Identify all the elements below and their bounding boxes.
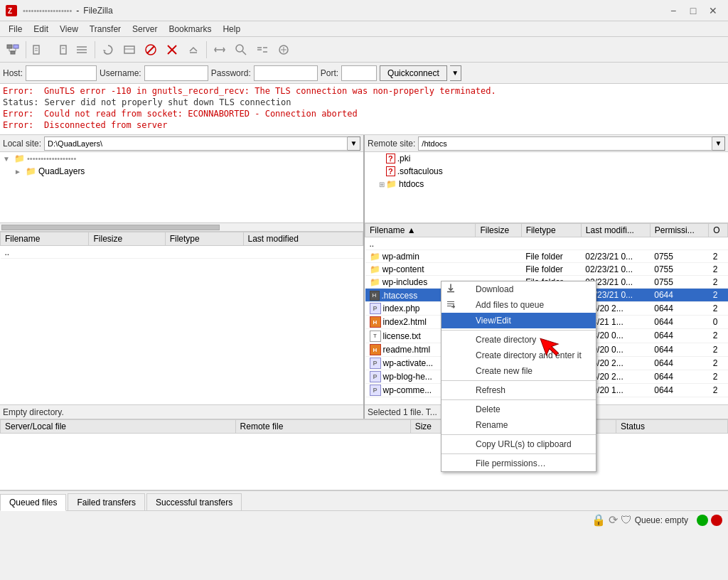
table-row[interactable]: 📁 wp-content File folder 02/23/21 0... 0… <box>365 263 728 276</box>
ctx-create-file[interactable]: Create new file <box>441 363 596 379</box>
local-path-input[interactable] <box>44 136 348 151</box>
menu-edit[interactable]: Edit <box>28 23 54 36</box>
tree-item-softaculous[interactable]: ? .softaculous <box>365 165 728 178</box>
fileview-button[interactable] <box>274 40 294 60</box>
ctx-permissions[interactable]: File permissions… <box>441 456 596 471</box>
remote-tree[interactable]: ? .pki ? .softaculous ⊞ 📁 htdocs <box>365 152 728 223</box>
svg-rect-16 <box>124 46 134 53</box>
file-size <box>89 246 165 259</box>
ctx-create-file-label: Create new file <box>476 366 532 376</box>
log-area: Error: GnuTLS error -110 in gnutls_recor… <box>0 84 728 135</box>
remote-col-owner[interactable]: O <box>709 224 728 237</box>
table-row[interactable]: .. <box>1 246 363 259</box>
toggle-remote-button[interactable] <box>50 40 70 60</box>
local-path-dropdown[interactable]: ▼ <box>348 136 360 151</box>
svg-rect-3 <box>14 45 18 48</box>
username-input[interactable] <box>144 65 208 81</box>
context-menu: Download Add files to queue View/Edit Cr… <box>441 281 596 472</box>
lock-icon: 🔒 <box>592 513 606 527</box>
toolbar-sep1 <box>26 41 26 58</box>
menu-file[interactable]: File <box>3 23 28 36</box>
toolbar <box>0 37 728 63</box>
remote-path-input[interactable] <box>418 136 712 151</box>
remote-col-filesize[interactable]: Filesize <box>476 224 521 237</box>
ctx-refresh[interactable]: Refresh <box>441 382 596 398</box>
tree-item-pki[interactable]: ? .pki <box>365 152 728 165</box>
search-button[interactable] <box>231 40 251 60</box>
ctx-view-edit[interactable]: View/Edit <box>441 313 596 328</box>
svg-text:Z: Z <box>8 7 12 15</box>
remote-site-label: Remote site: <box>368 139 415 149</box>
col-lastmodified[interactable]: Last modified <box>243 232 363 246</box>
col-filesize[interactable]: Filesize <box>89 232 165 246</box>
toggle-local-button[interactable] <box>29 40 49 60</box>
menu-transfer[interactable]: Transfer <box>84 23 127 36</box>
table-row[interactable]: 📁 wp-admin File folder 02/23/21 0... 075… <box>365 250 728 263</box>
ctx-create-dir-enter[interactable]: Create directory and enter it <box>441 348 596 363</box>
toggle-queue-button[interactable] <box>72 40 92 60</box>
tree-item-root[interactable]: ▼ 📁 •••••••••••••••••• <box>0 152 363 165</box>
minimize-button[interactable]: − <box>664 4 682 18</box>
log-label: Error: <box>3 108 38 119</box>
ctx-create-dir[interactable]: Create directory <box>441 332 596 348</box>
remote-col-filetype[interactable]: Filetype <box>521 224 581 237</box>
remote-col-lastmodified[interactable]: Last modifi... <box>581 224 650 237</box>
log-message: Server did not properly shut down TLS co… <box>45 97 291 108</box>
transfer-col-status[interactable]: Status <box>616 420 727 434</box>
tab-successful-transfers[interactable]: Successful transfers <box>146 493 242 510</box>
menu-help[interactable]: Help <box>217 23 246 36</box>
tree-item-quadlayers[interactable]: ► 📁 QuadLayers <box>0 165 363 178</box>
stop-button[interactable] <box>141 40 161 60</box>
log-label: Error: <box>3 119 38 131</box>
window-controls: − □ ✕ <box>664 4 722 18</box>
directory-comparison-button[interactable] <box>252 40 272 60</box>
transfer-queue: Server/Local file Remote file Size Prior… <box>0 419 728 490</box>
ctx-rename[interactable]: Rename <box>441 417 596 433</box>
close-button[interactable]: ✕ <box>704 4 722 18</box>
ctx-refresh-label: Refresh <box>476 385 505 395</box>
ctx-delete-label: Delete <box>476 404 500 414</box>
table-row[interactable]: .. <box>365 237 728 250</box>
cancel-button[interactable] <box>162 40 182 60</box>
tab-failed-transfers[interactable]: Failed transfers <box>68 493 145 510</box>
password-input[interactable] <box>254 65 318 81</box>
port-input[interactable] <box>341 65 377 81</box>
ctx-copy-url[interactable]: Copy URL(s) to clipboard <box>441 436 596 452</box>
connection-bar: Host: Username: Password: Port: Quickcon… <box>0 63 728 84</box>
remote-path-dropdown[interactable]: ▼ <box>712 136 725 151</box>
tree-item-label: .softaculous <box>397 166 443 176</box>
refresh-button[interactable] <box>98 40 118 60</box>
ctx-download[interactable]: Download <box>441 281 596 297</box>
menu-view[interactable]: View <box>54 23 84 36</box>
ctx-add-to-queue[interactable]: Add files to queue <box>441 297 596 313</box>
ctx-sep2 <box>441 380 596 381</box>
tab-queued-files[interactable]: Queued files <box>0 494 66 511</box>
processingqueue-button[interactable] <box>119 40 139 60</box>
ctx-create-dir-enter-label: Create directory and enter it <box>476 350 582 360</box>
host-input[interactable] <box>26 65 97 81</box>
tree-item-htdocs[interactable]: ⊞ 📁 htdocs <box>365 178 728 190</box>
local-status: Empty directory. <box>0 404 363 419</box>
col-filetype[interactable]: Filetype <box>165 232 243 246</box>
local-tree-scrollbar[interactable] <box>0 223 363 232</box>
menu-bookmarks[interactable]: Bookmarks <box>163 23 217 36</box>
svg-line-19 <box>147 46 154 53</box>
menu-server[interactable]: Server <box>127 23 163 36</box>
local-tree[interactable]: ▼ 📁 •••••••••••••••••• ► 📁 QuadLayers <box>0 152 363 223</box>
local-file-list[interactable]: Filename Filesize Filetype Last modified… <box>0 232 363 404</box>
ctx-sep1 <box>441 330 596 331</box>
log-line: Status: Server did not properly shut dow… <box>3 97 725 108</box>
remote-col-permissions[interactable]: Permissi... <box>650 224 709 237</box>
transfer-type-button[interactable] <box>210 40 230 60</box>
quickconnect-dropdown[interactable]: ▼ <box>450 65 461 81</box>
remote-col-filename[interactable]: Filename ▲ <box>365 224 476 237</box>
ctx-delete[interactable]: Delete <box>441 402 596 417</box>
site-manager-button[interactable] <box>3 40 23 60</box>
disconnect-button[interactable] <box>183 40 203 60</box>
transfer-col-remote[interactable]: Remote file <box>235 420 410 434</box>
transfer-col-server[interactable]: Server/Local file <box>1 420 236 434</box>
col-filename[interactable]: Filename <box>1 232 89 246</box>
quickconnect-button[interactable]: Quickconnect <box>380 65 447 81</box>
remote-site-bar: Remote site: ▼ <box>365 135 728 152</box>
maximize-button[interactable]: □ <box>684 4 702 18</box>
